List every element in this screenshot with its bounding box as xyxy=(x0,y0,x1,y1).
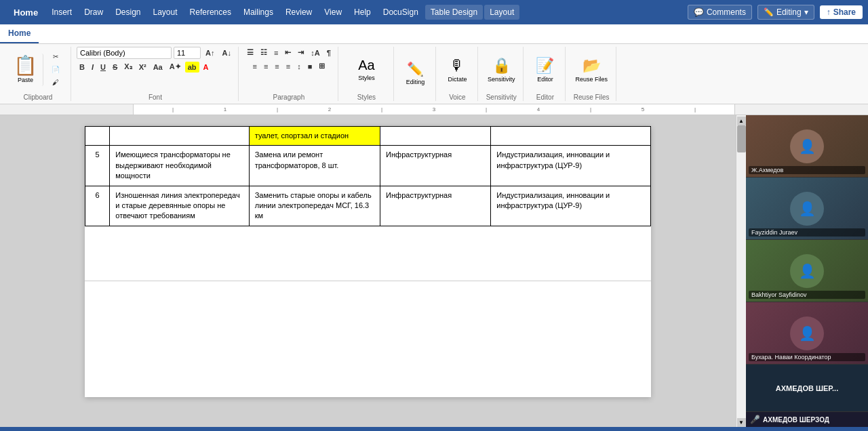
numbering-button[interactable]: ☷ xyxy=(258,47,270,58)
underline-button[interactable]: U xyxy=(98,62,108,73)
voice-content: 🎙 Dictate xyxy=(443,47,471,92)
video-participant-5: АХМЕДОВ ШЕР... xyxy=(746,365,868,412)
show-formatting-button[interactable]: ¶ xyxy=(324,47,334,58)
voice-group: 🎙 Dictate Voice xyxy=(437,47,478,101)
format-painter-icon: 🖌 xyxy=(52,79,59,86)
borders-button[interactable]: ⊞ xyxy=(316,60,328,72)
editing-button[interactable]: ✏️ Editing ▾ xyxy=(757,5,814,20)
styles-content: Aa Styles xyxy=(354,47,379,92)
reuse-content: 📂 Reuse Files xyxy=(571,47,612,92)
clipboard-label: Clipboard xyxy=(24,92,53,101)
cut-button[interactable]: ✂ xyxy=(45,51,66,62)
font-size-increase[interactable]: A↑ xyxy=(203,47,217,58)
justify-button[interactable]: ≡ xyxy=(283,60,293,72)
editing-group: ✏️ Editing xyxy=(395,47,436,101)
avatar-3: 👤 xyxy=(790,254,824,288)
reuse-files-group: 📂 Reuse Files Reuse Files xyxy=(567,47,616,101)
share-label: Share xyxy=(833,7,856,17)
menu-references[interactable]: References xyxy=(184,5,237,20)
copy-icon: 📄 xyxy=(52,66,60,73)
comment-icon: 💬 xyxy=(694,7,704,17)
highlight-text: туалет, спортзал и стадион xyxy=(255,131,349,140)
editing-pencil-icon: ✏️ xyxy=(764,7,774,17)
bold-button[interactable]: B xyxy=(77,62,87,73)
scrollbar[interactable]: ▲ ▼ xyxy=(736,115,746,427)
editing-ribbon-label: Editing xyxy=(406,79,425,85)
font-color-button[interactable]: A xyxy=(201,62,212,73)
line-spacing-button[interactable]: ↕ xyxy=(294,60,304,72)
menu-view[interactable]: View xyxy=(319,5,347,20)
font-family-input[interactable] xyxy=(77,47,172,59)
comments-button[interactable]: 💬 Comments xyxy=(688,5,752,20)
editing-ribbon-button[interactable]: ✏️ Editing xyxy=(402,58,429,88)
menu-layout-context[interactable]: Layout xyxy=(484,5,519,20)
paste-icon: 📋 xyxy=(14,56,37,75)
clear-format-button[interactable]: Aa xyxy=(151,62,165,73)
clipboard-buttons: 📋 Paste ✂ 📄 🖌 xyxy=(9,47,66,92)
styles-button[interactable]: Aa Styles xyxy=(354,55,379,84)
sensitivity-icon: 🔒 xyxy=(492,57,511,75)
format-painter-button[interactable]: 🖌 xyxy=(45,77,66,88)
font-controls: A↑ A↓ B I U S X₂ X² Aa A✦ ab A xyxy=(77,47,234,92)
menu-mailings[interactable]: Mailings xyxy=(238,5,279,20)
scroll-thumb[interactable] xyxy=(737,125,746,152)
cell-solution-5: Замена или ремонт трансформаторов, 8 шт. xyxy=(249,146,380,186)
scroll-down-button[interactable]: ▼ xyxy=(737,418,746,427)
superscript-button[interactable]: X² xyxy=(136,62,149,73)
editing-content: ✏️ Editing xyxy=(402,47,429,100)
app-home-tab[interactable]: Home xyxy=(5,7,46,18)
subscript-button[interactable]: X₂ xyxy=(121,61,134,73)
decrease-indent-button[interactable]: ⇤ xyxy=(282,47,294,58)
right-actions: 💬 Comments ✏️ Editing ▾ ↑ Share xyxy=(688,5,863,20)
document-area[interactable]: туалет, спортзал и стадион 5 Имеющиеся т… xyxy=(0,115,736,427)
editor-button[interactable]: 📝 Editor xyxy=(532,54,558,85)
shading-button[interactable]: ■ xyxy=(305,60,315,72)
font-size-input[interactable] xyxy=(174,47,201,59)
reuse-files-label: Reuse Files xyxy=(575,76,608,83)
cut-icon: ✂ xyxy=(53,53,58,60)
tab-home[interactable]: Home xyxy=(0,24,39,43)
font-size-decrease[interactable]: A↓ xyxy=(219,47,233,58)
paste-button[interactable]: 📋 Paste xyxy=(9,54,43,86)
highlight-button[interactable]: ab xyxy=(185,62,199,73)
editing-label: Editing xyxy=(776,7,802,17)
menu-review[interactable]: Review xyxy=(280,5,317,20)
sensitivity-button[interactable]: 🔒 Sensitivity xyxy=(484,54,519,85)
mic-icon: 🎤 xyxy=(750,415,760,424)
reuse-files-group-label: Reuse Files xyxy=(574,92,610,101)
dictate-button[interactable]: 🎙 Dictate xyxy=(443,54,471,85)
menu-layout[interactable]: Layout xyxy=(148,5,183,20)
menu-insert[interactable]: Insert xyxy=(46,5,77,20)
italic-button[interactable]: I xyxy=(89,62,96,73)
dictate-icon: 🎙 xyxy=(450,57,465,75)
scroll-track[interactable] xyxy=(736,125,746,418)
document-empty-space xyxy=(85,226,651,281)
menu-table-design[interactable]: Table Design xyxy=(425,5,483,20)
video-participant-3: 👤 Bakhtiyor Sayfidinov xyxy=(746,240,868,302)
menu-help[interactable]: Help xyxy=(349,5,376,20)
video-participant-1: 👤 Ж.Ахмедов xyxy=(746,115,868,178)
sort-button[interactable]: ↕A xyxy=(308,47,322,58)
paragraph-label: Paragraph xyxy=(273,92,305,101)
align-left-button[interactable]: ≡ xyxy=(250,60,259,72)
align-right-button[interactable]: ≡ xyxy=(272,60,281,72)
cell-type-5: Инфраструктурная xyxy=(380,146,491,186)
menu-draw[interactable]: Draw xyxy=(79,5,108,20)
menu-docusign[interactable]: DocuSign xyxy=(378,5,424,20)
text-effect-button[interactable]: A✦ xyxy=(167,61,184,73)
ribbon-tabs: Home xyxy=(0,24,868,44)
align-center-button[interactable]: ≡ xyxy=(261,60,271,72)
video-name-1: Ж.Ахмедов xyxy=(749,166,865,174)
reuse-files-button[interactable]: 📂 Reuse Files xyxy=(571,54,612,85)
bullets-button[interactable]: ☰ xyxy=(244,47,256,58)
strikethrough-button[interactable]: S xyxy=(110,62,120,73)
editor-content: 📝 Editor xyxy=(532,47,558,92)
table-row-partial: туалет, спортзал и стадион xyxy=(85,127,651,146)
scroll-up-button[interactable]: ▲ xyxy=(737,117,746,125)
menu-design[interactable]: Design xyxy=(110,5,146,20)
increase-indent-button[interactable]: ⇥ xyxy=(295,47,307,58)
ribbon-content: 📋 Paste ✂ 📄 🖌 Clipboard A↑ A↓ xyxy=(0,44,868,104)
multilevel-button[interactable]: ≡ xyxy=(271,47,281,58)
copy-button[interactable]: 📄 xyxy=(45,64,66,75)
share-button[interactable]: ↑ Share xyxy=(820,5,863,19)
